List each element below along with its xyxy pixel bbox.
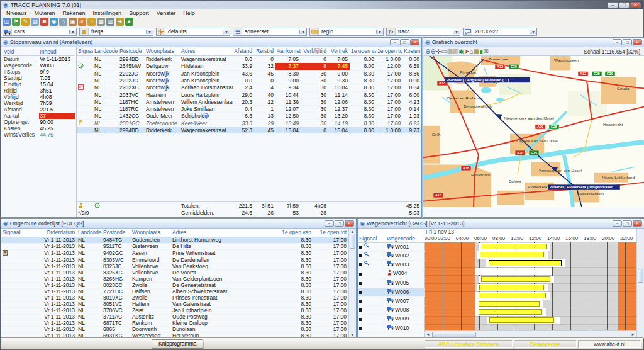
column-header[interactable]: Vertrek bbox=[328, 47, 350, 55]
table-row[interactable]: Vr 1-11-2013NL9402GCAssenPrins Willemstr… bbox=[1, 249, 348, 257]
column-header[interactable]: Landcode bbox=[77, 229, 102, 237]
gantt-bar-selected[interactable] bbox=[489, 260, 562, 266]
table-row[interactable]: NL1187HCAmstelveenWillem Andriessenlaan2… bbox=[77, 99, 421, 106]
gantt-bar[interactable] bbox=[482, 244, 547, 249]
table-row[interactable]: Totalen:221.53h517h594h0845.25 bbox=[77, 202, 421, 210]
chevron-down-icon[interactable]: ▼ bbox=[223, 30, 230, 34]
table-row[interactable]: W006 bbox=[358, 288, 425, 296]
table-row[interactable]: NL2202JCNoordwijkJan Kroonsplein0.009.00… bbox=[77, 77, 421, 84]
panel-minimize-button[interactable]: – bbox=[325, 220, 334, 227]
gantt-bar[interactable] bbox=[480, 252, 544, 257]
table-row[interactable]: NL2645MWDelfgauwHildelaan33.9327.3787.45… bbox=[77, 62, 421, 70]
property-row[interactable]: Winst/Verlies44.75 bbox=[3, 132, 75, 138]
globe-icon[interactable]: ◉ bbox=[50, 18, 58, 26]
property-row[interactable]: Aantal37 bbox=[3, 113, 75, 119]
gantt-chart[interactable]: Fri 1 nov 13 00:0002:0004:0006:0008:0010… bbox=[425, 229, 636, 338]
panel-maximize-button[interactable]: ▢ bbox=[335, 220, 344, 227]
globe-icon[interactable]: ◉ bbox=[459, 48, 465, 55]
table-row[interactable]: W003 bbox=[358, 261, 425, 269]
column-header[interactable]: 1e open van bbox=[278, 229, 313, 237]
map-panel-titlebar[interactable]: ◉ Grafisch overzicht –▢✕ bbox=[423, 38, 644, 47]
defaults-combo[interactable]: defaults▼ bbox=[156, 28, 230, 36]
gantt-bar[interactable] bbox=[479, 301, 540, 307]
chevron-down-icon[interactable]: ▼ bbox=[376, 30, 383, 34]
panel-maximize-button[interactable]: ▢ bbox=[623, 220, 632, 227]
table-row[interactable]: */9/9Gemiddelden:24.62653285.03 bbox=[77, 210, 421, 216]
gantt-bar[interactable] bbox=[479, 309, 543, 315]
table-row[interactable]: NL2994BDRidderkerkWagenmakerstraat0.007.… bbox=[77, 55, 421, 62]
panel-close-button[interactable]: ✕ bbox=[345, 220, 354, 227]
snipping-tool-taskbar-button[interactable]: Knipprogramma bbox=[152, 339, 203, 349]
page-icon[interactable]: ▤ bbox=[447, 48, 453, 55]
column-header[interactable]: Woonplaats bbox=[131, 229, 171, 237]
monitor-icon[interactable]: ▭ bbox=[441, 48, 447, 55]
panel-maximize-button[interactable]: ▢ bbox=[623, 39, 632, 45]
column-header[interactable]: Adres bbox=[171, 229, 278, 237]
menu-item-3[interactable]: Instellingen bbox=[89, 10, 126, 16]
chevron-down-icon[interactable]: ▼ bbox=[453, 30, 460, 34]
sorteerset-combo[interactable]: sorteerset▼ bbox=[233, 28, 307, 36]
orders-vertical-scrollbar[interactable]: ▲ ▼ bbox=[348, 229, 356, 338]
grid-icon[interactable]: ▦ bbox=[474, 48, 479, 55]
menu-item-6[interactable]: Help bbox=[179, 10, 199, 16]
menu-item-4[interactable]: Support bbox=[125, 10, 153, 16]
cars-combo[interactable]: cars▼ bbox=[3, 28, 77, 36]
table-row[interactable]: Vr 1-11-2013NL7721HCDalfsenAlbert Schwei… bbox=[1, 288, 348, 295]
chevron-down-icon[interactable]: ▼ bbox=[69, 30, 76, 34]
delete-icon[interactable]: ✖ bbox=[40, 18, 48, 26]
table-row[interactable]: Vr 1-11-2013NL8023BCZwolleDe Genestetstr… bbox=[1, 282, 348, 288]
table-row[interactable]: NL2202JCNoordwijkJan Kroonsplein43.6458.… bbox=[77, 70, 421, 77]
edit-icon[interactable]: ✎ bbox=[21, 18, 30, 26]
table-row[interactable]: W010 bbox=[358, 324, 425, 332]
table-row[interactable]: Vr 1-11-2013NL8325JCVollenhoveVan Beakst… bbox=[1, 263, 348, 269]
route-icon[interactable]: ➤ bbox=[464, 48, 469, 55]
maximize-button[interactable]: □ bbox=[619, 2, 630, 8]
report-icon[interactable]: ▥ bbox=[106, 18, 114, 26]
property-row[interactable]: DatumVr 1-11-2013 bbox=[3, 56, 75, 63]
column-header[interactable]: Postcode bbox=[118, 47, 145, 55]
tracc-combo[interactable]: ƒxtracc▼ bbox=[386, 28, 460, 36]
table-row[interactable]: Vr 1-11-2013NL3711ACAusterlitzOude Postw… bbox=[1, 313, 348, 320]
property-row[interactable]: Afstand221.5 bbox=[3, 106, 75, 113]
export-icon[interactable]: ➜ bbox=[116, 18, 124, 26]
chevron-down-icon[interactable]: ▼ bbox=[299, 30, 306, 34]
table-row[interactable]: W009 bbox=[358, 315, 425, 324]
panel-minimize-button[interactable]: – bbox=[390, 39, 399, 45]
table-row[interactable]: W008 bbox=[358, 306, 425, 315]
column-header[interactable]: Postcode bbox=[102, 229, 131, 237]
column-header[interactable]: Kosten bbox=[402, 47, 421, 55]
property-row[interactable]: Vbftijd4h08 bbox=[3, 94, 75, 100]
table-row[interactable]: Vr 1-11-2013NL6871TCRenkumKleine Omloop8… bbox=[1, 320, 348, 326]
close-button[interactable]: ✕ bbox=[630, 2, 641, 8]
gantt-bar[interactable] bbox=[479, 285, 544, 290]
panel-minimize-button[interactable]: – bbox=[613, 220, 622, 227]
phone-icon[interactable]: ☏ bbox=[78, 18, 86, 26]
regio-combo[interactable]: regio▼ bbox=[309, 28, 384, 36]
column-header[interactable]: Signaal bbox=[1, 229, 26, 237]
chevron-down-icon[interactable]: ▼ bbox=[530, 30, 536, 34]
panel-close-button[interactable]: ✕ bbox=[633, 220, 642, 227]
gantt-bar[interactable] bbox=[481, 276, 550, 282]
orders-panel-titlebar[interactable]: ◉ Ongeroute orderlijst [FREQS] –▢✕ bbox=[1, 219, 356, 229]
clock-icon[interactable]: ◔ bbox=[87, 18, 96, 26]
table-row[interactable]: W001 bbox=[358, 242, 425, 251]
table-row[interactable]: Vr 1-11-2013NL8019XCZwollePrinses Irenes… bbox=[1, 295, 348, 301]
table-row[interactable]: W005 bbox=[358, 279, 425, 288]
column-header[interactable]: Adres bbox=[180, 47, 233, 55]
table-row[interactable]: Vr 1-11-2013NL9511TCGieterveenDe Hilte8.… bbox=[1, 243, 348, 249]
exit-icon[interactable]: ∎ bbox=[125, 18, 133, 26]
table-row[interactable]: NL2994BDRidderkerkWagenmakerstraat52.345… bbox=[77, 127, 421, 134]
column-header[interactable]: 1e open tot bbox=[313, 229, 348, 237]
table-row[interactable]: NL2033VCHaarlemLouis Hartzplein29.04010.… bbox=[77, 92, 421, 99]
column-header[interactable]: Woonplaats bbox=[145, 47, 180, 55]
property-row[interactable]: Opbrengst90.00 bbox=[3, 119, 75, 125]
table-row[interactable]: Vr 1-11-2013NL8266HCKampenVan Gelderplan… bbox=[1, 276, 348, 282]
menu-item-5[interactable]: Venster bbox=[153, 10, 180, 16]
menu-item-0[interactable]: Niveaus bbox=[3, 10, 31, 16]
column-header[interactable]: 1e open tot bbox=[376, 47, 402, 55]
table-row[interactable]: NL2202XCNoordwijkAdriaan Dorsmanstraat2.… bbox=[77, 84, 421, 91]
table-row[interactable]: NL1432CCOude MeerSchipholdijk6.31312.503… bbox=[77, 113, 421, 120]
minimize-button[interactable]: – bbox=[608, 2, 618, 8]
table-row[interactable]: Vr 1-11-2013NL9484TCOudemolenLinthorst H… bbox=[1, 237, 348, 243]
property-row[interactable]: #Stops9/ 9 bbox=[3, 69, 75, 75]
